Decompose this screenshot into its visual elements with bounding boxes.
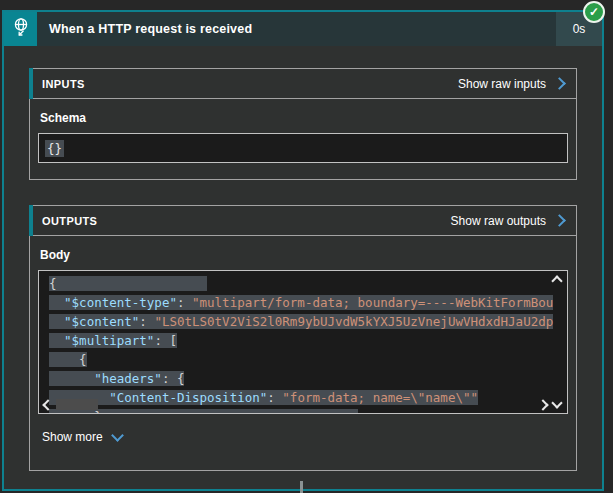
outputs-section-header: OUTPUTS Show raw outputs [30,206,576,236]
vertical-scrollbar[interactable] [550,273,564,411]
check-icon: ✓ [589,5,599,19]
chevron-right-icon [553,214,566,227]
inputs-accent-bar [29,68,33,99]
inputs-content: Schema {} [30,99,576,179]
horizontal-scrollbar-thumb[interactable] [56,399,98,410]
outputs-title: OUTPUTS [42,215,97,227]
schema-value: {} [45,140,64,157]
schema-value-box[interactable]: {} [38,133,568,163]
show-more-label: Show more [42,430,103,444]
show-raw-inputs-link[interactable]: Show raw inputs [458,77,564,91]
chevron-down-icon [111,429,124,442]
trigger-card: When a HTTP request is received 0s INPUT… [2,10,604,491]
duration-value: 0s [573,22,586,36]
outputs-content: Body { "$content-type": "multipart/form-… [30,236,576,470]
scroll-up-icon[interactable] [551,275,562,286]
outputs-section: OUTPUTS Show raw outputs Body { "$conten… [29,205,577,471]
show-raw-inputs-label: Show raw inputs [458,77,546,91]
body-label: Body [40,248,568,262]
code-line: "$content": "LS0tLS0tV2ViS2l0Rm9ybUJvdW5… [49,312,567,331]
show-raw-outputs-label: Show raw outputs [451,214,546,228]
scroll-left-icon[interactable] [42,399,53,410]
show-more-link[interactable]: Show more [42,430,122,444]
code-line: "$content-type": "multipart/form-data; b… [49,293,567,312]
code-line: "headers": { [49,369,567,388]
trigger-icon-tile [4,12,37,46]
trigger-card-header[interactable]: When a HTTP request is received 0s [4,12,602,46]
http-request-globe-icon [11,17,31,41]
trigger-title: When a HTTP request is received [49,22,252,36]
code-line: { [49,274,567,293]
inputs-section-header: INPUTS Show raw inputs [30,69,576,99]
inputs-title: INPUTS [42,78,85,90]
scroll-right-icon[interactable] [537,399,548,410]
trigger-title-area: When a HTTP request is received [37,12,556,46]
logic-app-run-canvas: When a HTTP request is received 0s INPUT… [0,0,613,493]
body-code-viewer[interactable]: { "$content-type": "multipart/form-data;… [38,270,568,414]
status-succeeded-badge: ✓ [583,1,605,23]
horizontal-scrollbar[interactable] [42,398,549,411]
scroll-down-icon[interactable] [551,397,562,408]
flow-connector-line [300,481,303,493]
code-line: "$multipart": [ [49,331,567,350]
trigger-card-body: INPUTS Show raw inputs Schema {} [4,46,602,471]
inputs-section: INPUTS Show raw inputs Schema {} [29,68,577,180]
show-raw-outputs-link[interactable]: Show raw outputs [451,214,564,228]
body-code-lines: { "$content-type": "multipart/form-data;… [49,274,567,414]
schema-label: Schema [40,111,568,125]
chevron-right-icon [553,77,566,90]
outputs-accent-bar [29,205,33,236]
code-line: { [49,350,567,369]
